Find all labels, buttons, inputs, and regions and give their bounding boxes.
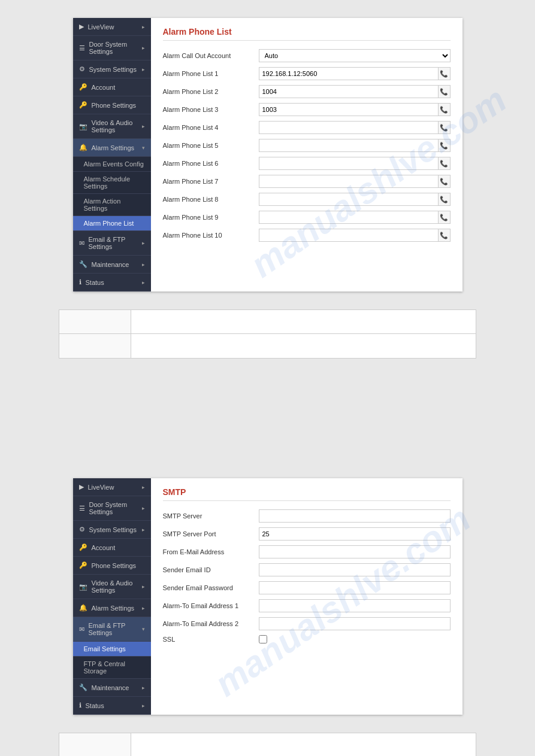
phone-input-wrapper-5: 📞 [259, 139, 451, 152]
sidebar-item-door-system-settings-2[interactable]: ☰ Door System Settings ▸ [73, 496, 151, 521]
select-call-out-account[interactable]: Auto Manual [259, 49, 451, 62]
form-row-smtp-server: SMTP Server [163, 509, 451, 523]
gear-icon-2: ⚙ [79, 526, 85, 533]
sidebar-item-door-system-settings[interactable]: ☰ Door System Settings ▸ [73, 36, 151, 60]
input-phone-list-6[interactable] [259, 157, 439, 170]
sidebar-item-email-ftp-settings[interactable]: ✉ Email & FTP Settings ▸ [73, 231, 151, 256]
input-phone-list-1[interactable] [259, 67, 439, 80]
form-row-phone-list-3: Alarm Phone List 3 📞 [163, 103, 451, 116]
bell-icon: 🔔 [79, 144, 87, 151]
input-from-email[interactable] [259, 545, 451, 558]
sidebar-item-alarm-settings-2[interactable]: 🔔 Alarm Settings ▸ [73, 599, 151, 617]
info-icon: ℹ [79, 278, 81, 286]
input-sender-password[interactable] [259, 581, 451, 594]
sidebar-sub-item-alarm-events-config[interactable]: Alarm Events Config [73, 157, 151, 172]
form-row-sender-id: Sender Email ID [163, 563, 451, 576]
input-sender-id[interactable] [259, 563, 451, 576]
sidebar-item-maintenance-2[interactable]: 🔧 Maintenance ▸ [73, 679, 151, 697]
phone-call-icon-9[interactable]: 📞 [439, 211, 451, 224]
table-section-2 [59, 733, 476, 756]
email-icon-2: ✉ [79, 626, 84, 633]
input-phone-list-7[interactable] [259, 175, 439, 188]
phone-call-icon-10[interactable]: 📞 [439, 229, 451, 242]
door-icon: ☰ [79, 44, 85, 52]
phone-call-icon-8[interactable]: 📞 [439, 193, 451, 206]
camera-icon: 📷 [79, 123, 87, 130]
input-smtp-server[interactable] [259, 509, 451, 523]
sidebar-item-account[interactable]: 🔑 Account [73, 78, 151, 96]
sidebar-sub-item-email-settings[interactable]: Email Settings [73, 642, 151, 657]
form-row-alarm-to-email-1: Alarm-To Email Address 1 [163, 599, 451, 612]
label-phone-list-10: Alarm Phone List 10 [163, 232, 259, 239]
phone-call-icon-1[interactable]: 📞 [439, 67, 451, 80]
phone-call-icon-3[interactable]: 📞 [439, 103, 451, 116]
sidebar-item-status[interactable]: ℹ Status ▸ [73, 274, 151, 292]
sidebar-sub-item-ftp-central-storage[interactable]: FTP & Central Storage [73, 657, 151, 679]
arrow-icon: ▸ [142, 605, 145, 611]
arrow-icon: ▸ [142, 24, 145, 30]
arrow-icon: ▸ [142, 584, 145, 590]
input-phone-list-8[interactable] [259, 193, 439, 206]
input-ssl[interactable] [259, 635, 267, 643]
label-alarm-to-email-2: Alarm-To Email Address 2 [163, 620, 259, 627]
form-row-ssl: SSL [163, 635, 451, 643]
input-alarm-to-email-2[interactable] [259, 617, 451, 630]
table-row-item [59, 310, 476, 334]
form-row-sender-password: Sender Email Password [163, 581, 451, 594]
table-cell-left [59, 310, 131, 333]
table-row-item [59, 334, 476, 358]
bell-icon-2: 🔔 [79, 604, 87, 612]
form-row-alarm-to-email-2: Alarm-To Email Address 2 [163, 617, 451, 630]
label-sender-password: Sender Email Password [163, 584, 259, 591]
input-phone-list-3[interactable] [259, 103, 439, 116]
sidebar-item-system-settings-2[interactable]: ⚙ System Settings ▸ [73, 521, 151, 539]
label-phone-list-3: Alarm Phone List 3 [163, 106, 259, 113]
arrow-icon: ▸ [142, 240, 145, 246]
arrow-icon: ▾ [142, 626, 145, 632]
form-row-phone-list-7: Alarm Phone List 7 📞 [163, 175, 451, 188]
sidebar-item-maintenance[interactable]: 🔧 Maintenance ▸ [73, 256, 151, 274]
input-phone-list-9[interactable] [259, 211, 439, 224]
table-cell-right [131, 733, 476, 756]
liveview-icon: ▶ [79, 23, 84, 31]
camera-icon-2: 📷 [79, 583, 87, 591]
sidebar-item-alarm-settings[interactable]: 🔔 Alarm Settings ▾ [73, 139, 151, 157]
sidebar-item-liveview[interactable]: ▶ LiveView ▸ [73, 18, 151, 36]
input-alarm-to-email-1[interactable] [259, 599, 451, 612]
phone-call-icon-7[interactable]: 📞 [439, 175, 451, 188]
sidebar-sub-item-alarm-action-settings[interactable]: Alarm Action Settings [73, 194, 151, 216]
sidebar-item-account-2[interactable]: 🔑 Account [73, 539, 151, 557]
sidebar-item-status-2[interactable]: ℹ Status ▸ [73, 697, 151, 715]
phone-call-icon-6[interactable]: 📞 [439, 157, 451, 170]
input-phone-list-5[interactable] [259, 139, 439, 152]
table-cell-right [131, 334, 476, 358]
input-smtp-port[interactable] [259, 527, 451, 541]
sidebar-sub-item-alarm-schedule-settings[interactable]: Alarm Schedule Settings [73, 172, 151, 194]
sidebar-item-phone-settings[interactable]: 🔑 Phone Settings [73, 96, 151, 114]
sidebar-item-liveview-2[interactable]: ▶ LiveView ▸ [73, 478, 151, 496]
sidebar-item-video-audio-settings[interactable]: 📷 Video & Audio Settings ▸ [73, 114, 151, 139]
arrow-icon: ▸ [142, 685, 145, 691]
label-alarm-to-email-1: Alarm-To Email Address 1 [163, 602, 259, 609]
section-title-smtp: SMTP [163, 487, 451, 501]
form-row-phone-list-5: Alarm Phone List 5 📞 [163, 139, 451, 152]
main-content-smtp: SMTP SMTP Server SMTP Server Port From E… [151, 478, 463, 715]
label-smtp-port: SMTP Server Port [163, 530, 259, 538]
input-phone-list-2[interactable] [259, 85, 439, 98]
input-phone-list-10[interactable] [259, 229, 439, 242]
sidebar-sub-item-alarm-phone-list[interactable]: Alarm Phone List [73, 216, 151, 231]
sidebar-item-email-ftp-settings-2[interactable]: ✉ Email & FTP Settings ▾ [73, 617, 151, 642]
label-smtp-server: SMTP Server [163, 512, 259, 520]
form-row-phone-list-8: Alarm Phone List 8 📞 [163, 193, 451, 206]
phone-call-icon-5[interactable]: 📞 [439, 139, 451, 152]
input-phone-list-4[interactable] [259, 121, 439, 134]
label-phone-list-7: Alarm Phone List 7 [163, 178, 259, 185]
label-phone-list-8: Alarm Phone List 8 [163, 196, 259, 203]
phone-call-icon-4[interactable]: 📞 [439, 121, 451, 134]
sidebar-item-video-audio-settings-2[interactable]: 📷 Video & Audio Settings ▸ [73, 575, 151, 599]
sidebar-item-system-settings[interactable]: ⚙ System Settings ▸ [73, 60, 151, 78]
phone-call-icon-2[interactable]: 📞 [439, 85, 451, 98]
sidebar-item-phone-settings-2[interactable]: 🔑 Phone Settings [73, 557, 151, 575]
phone-input-wrapper-3: 📞 [259, 103, 451, 116]
arrow-icon: ▸ [142, 280, 145, 286]
